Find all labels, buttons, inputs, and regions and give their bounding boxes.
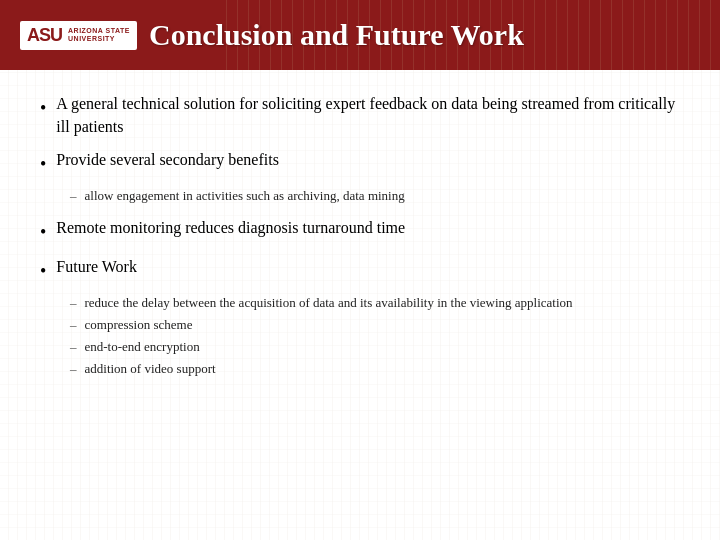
- bullet-icon: •: [40, 151, 46, 177]
- dash-icon: –: [70, 316, 77, 334]
- bullet-text: Future Work: [56, 255, 680, 278]
- sub-bullet-text: reduce the delay between the acquisition…: [85, 294, 681, 312]
- slide-header: ASU ARIZONA STATE UNIVERSITY Conclusion …: [0, 0, 720, 70]
- list-item: – allow engagement in activities such as…: [70, 187, 680, 205]
- list-item: • Future Work: [40, 255, 680, 284]
- list-item: • Provide several secondary benefits: [40, 148, 680, 177]
- bullet-text: Provide several secondary benefits: [56, 148, 680, 171]
- bullet-icon: •: [40, 95, 46, 121]
- dash-icon: –: [70, 294, 77, 312]
- bullet-icon: •: [40, 219, 46, 245]
- list-item: • A general technical solution for solic…: [40, 92, 680, 138]
- slide: ASU ARIZONA STATE UNIVERSITY Conclusion …: [0, 0, 720, 540]
- bullet-icon: •: [40, 258, 46, 284]
- asu-letters: ASU: [27, 25, 62, 46]
- list-item: – compression scheme: [70, 316, 680, 334]
- list-item: – reduce the delay between the acquisiti…: [70, 294, 680, 312]
- main-bullet-list-2: • Remote monitoring reduces diagnosis tu…: [40, 216, 680, 284]
- sub-bullet-text: compression scheme: [85, 316, 681, 334]
- list-item: – end-to-end encryption: [70, 338, 680, 356]
- sub-bullet-text: end-to-end encryption: [85, 338, 681, 356]
- slide-title: Conclusion and Future Work: [149, 18, 524, 52]
- list-item: • Remote monitoring reduces diagnosis tu…: [40, 216, 680, 245]
- bullet-text: Remote monitoring reduces diagnosis turn…: [56, 216, 680, 239]
- sub-bullet-list-2: – reduce the delay between the acquisiti…: [70, 294, 680, 379]
- logo-line2: UNIVERSITY: [68, 35, 130, 43]
- dash-icon: –: [70, 338, 77, 356]
- asu-logo: ASU ARIZONA STATE UNIVERSITY: [20, 21, 137, 50]
- sub-bullet-text: allow engagement in activities such as a…: [85, 187, 681, 205]
- list-item: – addition of video support: [70, 360, 680, 378]
- dash-icon: –: [70, 360, 77, 378]
- main-bullet-list: • A general technical solution for solic…: [40, 92, 680, 177]
- logo-line1: ARIZONA STATE: [68, 27, 130, 35]
- sub-bullet-text: addition of video support: [85, 360, 681, 378]
- dash-icon: –: [70, 187, 77, 205]
- bullet-text: A general technical solution for solicit…: [56, 92, 680, 138]
- slide-content: • A general technical solution for solic…: [0, 70, 720, 409]
- sub-bullet-list-1: – allow engagement in activities such as…: [70, 187, 680, 205]
- logo-area: ASU ARIZONA STATE UNIVERSITY: [20, 21, 149, 50]
- logo-text: ARIZONA STATE UNIVERSITY: [68, 27, 130, 42]
